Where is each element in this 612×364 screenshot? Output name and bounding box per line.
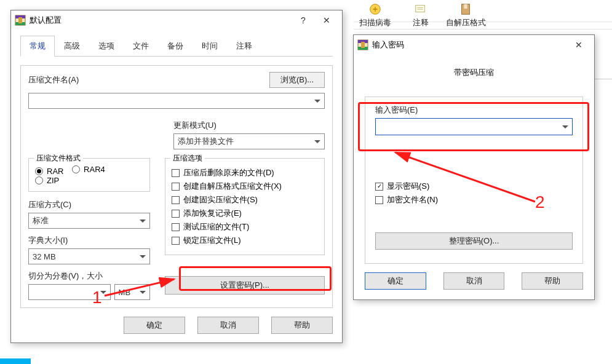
- format-rar4[interactable]: RAR4: [72, 165, 105, 174]
- password-input[interactable]: [380, 120, 562, 133]
- tab-strip: 常规 高级 选项 文件 备份 时间 注释: [20, 35, 333, 57]
- split-label: 切分为分卷(V)，大小: [28, 271, 150, 282]
- browse-button[interactable]: 浏览(B)...: [269, 72, 325, 88]
- close-button[interactable]: ✕: [567, 36, 590, 53]
- tab-time[interactable]: 时间: [193, 36, 227, 57]
- cancel-button[interactable]: 取消: [197, 317, 259, 334]
- format-group-label: 压缩文件格式: [34, 153, 83, 164]
- split-unit-combo[interactable]: MB: [114, 284, 150, 300]
- chevron-down-icon: [140, 220, 146, 223]
- password-input-wrap: [375, 118, 573, 135]
- svg-rect-12: [361, 42, 365, 48]
- tab-general[interactable]: 常规: [20, 36, 55, 57]
- help-button[interactable]: ?: [292, 12, 315, 29]
- opt-sfx[interactable]: 创建自解压格式压缩文件(X): [172, 181, 318, 192]
- tab-advanced[interactable]: 高级: [55, 36, 89, 57]
- opt-recovery[interactable]: 添加恢复记录(E): [172, 208, 318, 219]
- tab-options[interactable]: 选项: [89, 36, 124, 57]
- chevron-down-icon: [314, 140, 320, 143]
- app-icon: [357, 39, 368, 50]
- svg-rect-7: [18, 17, 22, 23]
- method-combo[interactable]: 标准: [28, 213, 150, 229]
- opt-lock[interactable]: 锁定压缩文件(L): [172, 235, 318, 246]
- default-profile-dialog: 默认配置 ? ✕ 常规 高级 选项 文件 备份 时间 注释 压缩文件名(A) 浏…: [10, 10, 343, 343]
- chevron-down-icon: [314, 100, 320, 103]
- app-icon: [15, 15, 26, 26]
- opt-test[interactable]: 测试压缩的文件(T): [172, 221, 318, 232]
- update-mode-label: 更新模式(U): [173, 120, 325, 131]
- password-dialog: 输入密码 ✕ 带密码压缩 输入密码(E) 显示密码(S) 加密文件名(N) 整理…: [353, 34, 595, 300]
- tab-files[interactable]: 文件: [124, 36, 158, 57]
- chevron-down-icon: [562, 125, 568, 129]
- chevron-down-icon: [100, 291, 106, 294]
- format-zip[interactable]: ZIP: [35, 176, 59, 185]
- chevron-down-icon: [140, 291, 146, 294]
- archive-name-label: 压缩文件名(A): [28, 74, 262, 85]
- tab-backup[interactable]: 备份: [158, 36, 193, 57]
- dialog-title: 默认配置: [30, 15, 292, 26]
- organize-passwords-button[interactable]: 整理密码(O)...: [375, 232, 573, 250]
- set-password-button[interactable]: 设置密码(P)...: [165, 276, 325, 295]
- tab-comment[interactable]: 注释: [227, 36, 261, 57]
- ok-button[interactable]: 确定: [124, 317, 185, 334]
- ok-button[interactable]: 确定: [365, 272, 426, 290]
- archive-name-combo[interactable]: [28, 93, 325, 109]
- help-button[interactable]: 帮助: [522, 272, 583, 290]
- opt-delete-after[interactable]: 压缩后删除原来的文件(D): [172, 167, 318, 178]
- help-button[interactable]: 帮助: [271, 317, 333, 334]
- cancel-button[interactable]: 取消: [443, 272, 505, 290]
- svg-rect-1: [415, 6, 424, 12]
- options-group-label: 压缩选项: [170, 153, 205, 164]
- method-label: 压缩方式(C): [28, 199, 150, 210]
- update-mode-combo[interactable]: 添加并替换文件: [173, 133, 325, 149]
- dict-combo[interactable]: 32 MB: [28, 248, 150, 264]
- dict-label: 字典大小(I): [28, 235, 150, 246]
- encrypt-names-check[interactable]: 加密文件名(N): [375, 194, 573, 205]
- enter-password-label: 输入密码(E): [375, 105, 573, 116]
- svg-rect-3: [464, 4, 468, 9]
- titlebar: 输入密码 ✕: [354, 35, 594, 55]
- dialog-title: 输入密码: [372, 39, 567, 50]
- opt-solid[interactable]: 创建固实压缩文件(S): [172, 194, 318, 205]
- taskbar-fragment: [0, 358, 31, 364]
- dialog-heading: 带密码压缩: [365, 67, 583, 78]
- split-size-combo[interactable]: [28, 284, 111, 300]
- show-password-check[interactable]: 显示密码(S): [375, 181, 573, 192]
- titlebar: 默认配置 ? ✕: [11, 10, 342, 30]
- close-button[interactable]: ✕: [315, 12, 338, 29]
- chevron-down-icon: [140, 255, 146, 258]
- format-rar[interactable]: RAR: [35, 167, 63, 176]
